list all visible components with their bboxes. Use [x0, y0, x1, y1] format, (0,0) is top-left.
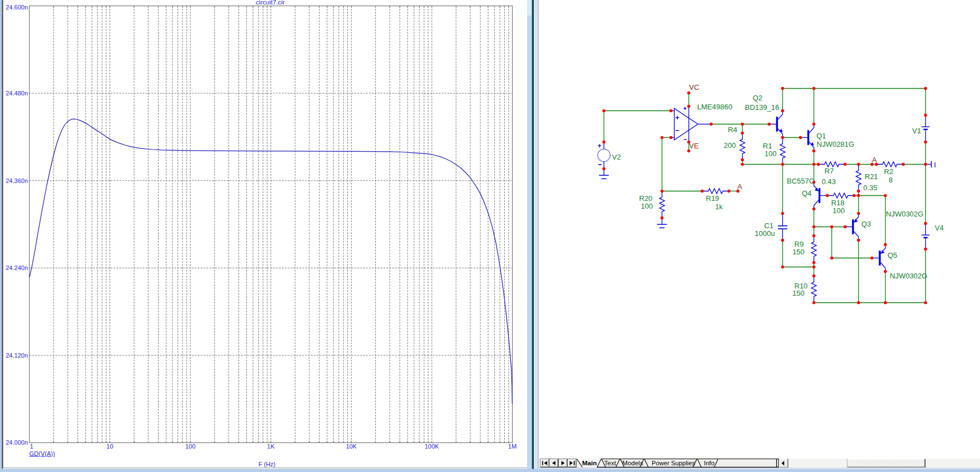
svg-text:R4: R4: [728, 126, 738, 134]
svg-text:BD139_16: BD139_16: [745, 103, 779, 112]
svg-text:100: 100: [833, 206, 845, 215]
svg-text:LME49860: LME49860: [697, 103, 733, 111]
svg-text:Q3: Q3: [862, 220, 871, 228]
svg-text:R21: R21: [865, 172, 878, 181]
svg-text:100: 100: [185, 443, 195, 450]
svg-text:V1: V1: [912, 127, 921, 135]
svg-text:100K: 100K: [424, 443, 439, 450]
svg-text:circuit7.cir: circuit7.cir: [256, 0, 285, 6]
svg-text:Power Supplies: Power Supplies: [652, 460, 695, 466]
svg-text:VE: VE: [689, 142, 699, 150]
svg-text:1000u: 1000u: [755, 229, 775, 238]
svg-text:10: 10: [107, 443, 113, 450]
svg-text:R1: R1: [763, 142, 772, 150]
svg-text:24.360n: 24.360n: [6, 177, 28, 184]
svg-text:100: 100: [764, 150, 777, 158]
svg-text:1: 1: [30, 443, 34, 450]
svg-text:V4: V4: [935, 224, 944, 232]
svg-text:BC557C: BC557C: [787, 177, 814, 185]
svg-text:0.43: 0.43: [822, 177, 836, 186]
svg-text:Q5: Q5: [888, 251, 897, 259]
svg-text:8: 8: [889, 176, 893, 184]
svg-text:R20: R20: [639, 194, 653, 203]
svg-text:Info: Info: [704, 460, 715, 466]
svg-text:C1: C1: [764, 221, 774, 230]
svg-text:I: I: [934, 161, 936, 169]
svg-text:A: A: [738, 182, 743, 191]
svg-text:1k: 1k: [715, 203, 723, 211]
svg-text:200: 200: [724, 141, 736, 150]
svg-text:Q1: Q1: [816, 132, 826, 140]
svg-text:24.480n: 24.480n: [6, 90, 28, 97]
svg-text:R7: R7: [825, 167, 834, 175]
svg-text:Q4: Q4: [802, 189, 811, 198]
svg-text:150: 150: [792, 248, 805, 256]
svg-text:Q2: Q2: [753, 94, 762, 102]
svg-text:Text: Text: [604, 460, 616, 466]
svg-text:24.240n: 24.240n: [6, 264, 28, 271]
svg-text:1K: 1K: [267, 443, 275, 450]
svg-text:NJW0302G: NJW0302G: [890, 272, 928, 280]
svg-text:24.120n: 24.120n: [6, 352, 28, 359]
svg-text:0.35: 0.35: [863, 184, 877, 192]
svg-text:1M: 1M: [508, 443, 517, 450]
svg-text:R2: R2: [884, 167, 893, 176]
svg-text:10K: 10K: [346, 443, 357, 450]
svg-text:100: 100: [641, 202, 653, 210]
svg-text:NJW0302G: NJW0302G: [886, 210, 924, 218]
svg-text:GD(V(A)): GD(V(A)): [30, 450, 55, 457]
svg-text:150: 150: [792, 289, 805, 297]
svg-text:Main: Main: [582, 460, 597, 466]
svg-text:R19: R19: [706, 194, 719, 203]
svg-text:V2: V2: [612, 153, 621, 161]
svg-text:A: A: [872, 156, 877, 164]
svg-text:24.000n: 24.000n: [6, 439, 28, 446]
svg-text:24.600n: 24.600n: [6, 4, 28, 11]
svg-text:Models: Models: [623, 460, 643, 466]
svg-text:NJW0281G: NJW0281G: [817, 140, 854, 148]
svg-text:F (Hz): F (Hz): [259, 461, 276, 468]
svg-text:VC: VC: [689, 83, 699, 91]
